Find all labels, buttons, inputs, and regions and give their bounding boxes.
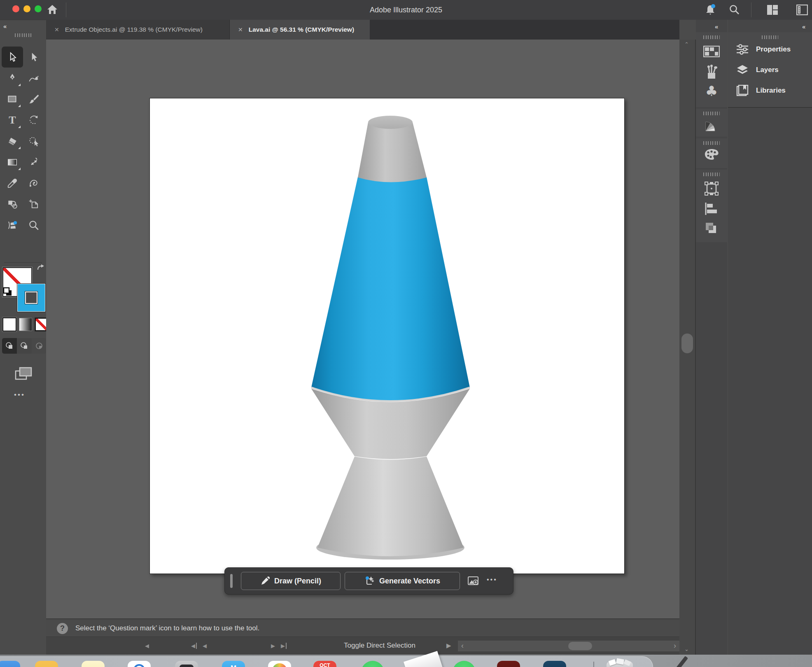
dock-white-app[interactable]	[128, 661, 151, 667]
type-tool[interactable]: T	[2, 110, 23, 131]
rectangle-tool[interactable]	[2, 89, 23, 110]
dock-orange-app[interactable]	[35, 661, 58, 667]
draw-inside-button[interactable]	[32, 338, 47, 354]
status-play-icon[interactable]: ▶	[446, 642, 451, 649]
brushes-panel-icon[interactable]	[705, 65, 719, 79]
shape-builder-tool[interactable]	[2, 194, 23, 215]
dock-navy-app[interactable]	[543, 661, 566, 667]
dock-maroon-app[interactable]	[497, 661, 520, 667]
right-panel-grip[interactable]	[762, 35, 778, 39]
task-bar-drag-handle[interactable]	[230, 574, 233, 588]
panel-group-grip[interactable]	[703, 173, 720, 176]
tools-panel-grip[interactable]	[15, 33, 31, 37]
pen-tool[interactable]	[2, 68, 23, 89]
dock-mail-app[interactable]: M	[222, 661, 245, 667]
pathfinder-panel-icon[interactable]	[705, 222, 719, 235]
dock-gray-app[interactable]	[175, 661, 198, 667]
home-icon[interactable]	[46, 3, 58, 16]
tab-extrude-objects[interactable]: ✕ Extrude Objects.ai @ 119.38 % (CMYK/Pr…	[46, 20, 230, 40]
artboard[interactable]	[149, 98, 625, 574]
color-guide-panel-icon[interactable]	[705, 119, 719, 132]
width-tool[interactable]	[23, 152, 44, 173]
lava-lamp-artwork[interactable]	[150, 98, 624, 574]
task-bar-more-icon[interactable]: •••	[487, 576, 497, 583]
properties-panel-tab[interactable]: Properties	[728, 39, 812, 60]
draw-pencil-button[interactable]: Draw (Pencil)	[241, 572, 341, 590]
titlebar-divider	[66, 2, 66, 17]
search-icon[interactable]	[728, 4, 740, 16]
swap-fill-stroke-icon[interactable]	[36, 264, 45, 273]
tab-lava[interactable]: ✕ Lava.ai @ 56.31 % (CMYK/Preview)	[230, 20, 370, 40]
first-artboard-icon[interactable]: ◀	[191, 643, 197, 649]
paintbrush-tool[interactable]	[23, 89, 44, 110]
horizontal-scrollbar[interactable]: ‹ ›	[458, 641, 679, 651]
layers-panel-tab[interactable]: Layers	[728, 60, 812, 80]
scroll-right-icon[interactable]: ›	[674, 641, 676, 651]
add-image-icon[interactable]	[467, 575, 480, 587]
panel-toggle-icon[interactable]	[796, 5, 808, 15]
horizontal-scrollbar-thumb[interactable]	[568, 642, 592, 650]
default-fill-stroke-icon[interactable]	[3, 287, 13, 297]
last-artboard-icon[interactable]: ▶	[281, 643, 287, 649]
workspace-switcher-icon[interactable]	[767, 5, 778, 15]
perspective-tool[interactable]	[2, 215, 23, 236]
collapse-icon-strip[interactable]: «	[715, 23, 717, 30]
dock-green-app[interactable]	[361, 661, 384, 667]
dock-calendar-app[interactable]: OCT	[313, 661, 336, 667]
draw-normal-button[interactable]	[2, 338, 17, 354]
eraser-tool[interactable]	[2, 131, 23, 152]
first-artboard-icon[interactable]: ◀	[145, 643, 149, 649]
panel-group-grip[interactable]	[703, 141, 720, 145]
gradient-tool[interactable]	[2, 152, 23, 173]
twirl-tool[interactable]	[23, 173, 44, 194]
gradient-swatch-button[interactable]	[19, 318, 32, 331]
tab-close-icon[interactable]: ✕	[54, 26, 59, 33]
next-artboard-icon[interactable]: ▶	[271, 643, 275, 649]
swatches-panel-icon[interactable]	[703, 46, 720, 57]
dock-green-app-2[interactable]	[453, 661, 476, 667]
hint-bar: ? Select the ‘Question mark’ icon to lea…	[46, 618, 679, 637]
curvature-tool[interactable]	[23, 68, 44, 89]
artboards-panel-icon[interactable]	[704, 181, 719, 196]
panel-group-grip[interactable]	[703, 112, 720, 115]
dock-notes-app[interactable]	[82, 661, 105, 667]
color-swatch-button[interactable]	[2, 317, 16, 331]
close-window-button[interactable]	[12, 5, 19, 12]
libraries-panel-tab[interactable]: Libraries	[728, 80, 812, 101]
eyedropper-tool[interactable]	[2, 173, 23, 194]
dock-trash[interactable]	[607, 662, 633, 667]
rotate-tool[interactable]	[23, 110, 44, 131]
stroke-swatch[interactable]	[17, 284, 45, 312]
align-panel-icon[interactable]	[705, 203, 719, 215]
scroll-left-icon[interactable]: ‹	[461, 641, 464, 651]
edit-toolbar-icon[interactable]: •••	[14, 391, 25, 399]
draw-behind-button[interactable]	[17, 338, 32, 354]
tab-close-icon[interactable]: ✕	[238, 26, 243, 33]
scroll-down-icon[interactable]: ⌄	[684, 646, 689, 652]
calendar-month-band: OCT	[313, 661, 336, 667]
canvas-pasteboard[interactable]: Draw (Pencil) Generate Vectors •••	[46, 40, 679, 618]
question-mark-icon[interactable]: ?	[57, 623, 68, 634]
minimize-window-button[interactable]	[23, 5, 30, 12]
screen-mode-icon[interactable]	[14, 365, 33, 382]
lasso-tool[interactable]	[23, 131, 44, 152]
dock-blue-app[interactable]	[0, 661, 20, 667]
color-panel-icon[interactable]	[704, 148, 719, 161]
vertical-scrollbar[interactable]: ⌃ ⌄	[679, 40, 696, 655]
zoom-tool[interactable]	[23, 215, 44, 236]
direct-selection-tool[interactable]	[23, 47, 44, 68]
generate-vectors-button[interactable]: Generate Vectors	[345, 572, 460, 590]
contextual-task-bar[interactable]: Draw (Pencil) Generate Vectors •••	[224, 567, 513, 595]
selection-tool[interactable]	[2, 47, 23, 68]
zoom-window-button[interactable]	[35, 5, 42, 12]
artboard-tool[interactable]	[23, 194, 44, 215]
collapse-right-panel[interactable]: «	[802, 23, 805, 30]
collapse-tools-icon[interactable]: «	[3, 23, 6, 30]
panel-group-grip[interactable]	[703, 35, 720, 39]
scroll-up-icon[interactable]: ⌃	[684, 41, 689, 47]
dock-photos-app[interactable]	[268, 661, 291, 667]
symbols-panel-icon[interactable]: ♣	[703, 83, 720, 99]
notifications-bell-icon[interactable]	[704, 4, 716, 16]
prev-artboard-icon[interactable]: ◀	[203, 643, 207, 649]
vertical-scrollbar-thumb[interactable]	[681, 334, 693, 353]
